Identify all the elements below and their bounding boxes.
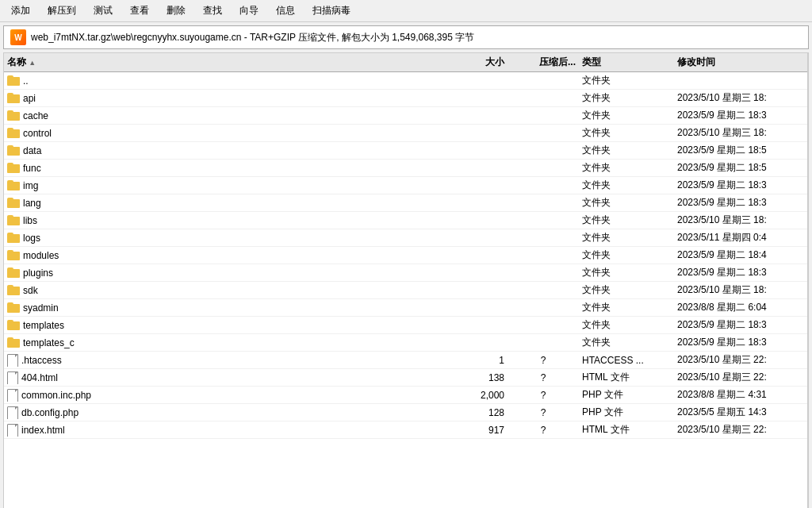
file-name-label: control (23, 128, 52, 139)
table-row[interactable]: data文件夹2023/5/9 星期二 18:5 (4, 142, 807, 160)
table-row[interactable]: libs文件夹2023/5/10 星期三 18: (4, 212, 807, 229)
file-type-cell: 文件夹 (582, 74, 677, 87)
menu-item-向导[interactable]: 向导 (232, 2, 266, 20)
folder-icon (7, 337, 20, 348)
folder-icon (7, 250, 20, 260)
file-modified-cell: 2023/5/9 星期二 18:5 (677, 144, 804, 157)
folder-icon (7, 320, 20, 330)
table-row[interactable]: templates文件夹2023/5/9 星期二 18:3 (4, 317, 807, 334)
file-type-cell: 文件夹 (582, 144, 677, 157)
file-name-cell: img (7, 180, 447, 191)
file-modified-cell: 2023/5/11 星期四 0:4 (677, 231, 804, 244)
file-panel: 名称 ▲ 大小 压缩后... 类型 修改时间 ..文件夹api文件夹2023/5… (4, 53, 808, 508)
folder-icon (7, 75, 20, 86)
file-size-cell: 1 (447, 355, 511, 366)
file-size-cell: 2,000 (447, 390, 511, 401)
table-row[interactable]: cache文件夹2023/5/9 星期二 18:3 (4, 107, 807, 125)
table-row[interactable]: func文件夹2023/5/9 星期二 18:5 (4, 160, 807, 177)
table-row[interactable]: ..文件夹 (4, 72, 807, 90)
file-type-cell: 文件夹 (582, 318, 677, 332)
table-row[interactable]: sdk文件夹2023/5/10 星期三 18: (4, 282, 807, 299)
file-modified-cell: 2023/5/5 星期五 14:3 (677, 406, 804, 419)
archive-icon: W (10, 29, 26, 45)
table-row[interactable]: db.config.php128?PHP 文件2023/5/5 星期五 14:3 (4, 404, 807, 421)
file-icon (7, 406, 18, 419)
header-name: 名称 ▲ (7, 56, 447, 69)
file-name-label: templates (23, 320, 64, 331)
file-name-cell: control (7, 128, 447, 139)
file-modified-cell: 2023/5/10 星期三 22: (677, 371, 804, 384)
table-row[interactable]: lang文件夹2023/5/9 星期二 18:3 (4, 194, 807, 212)
table-row[interactable]: 404.html138?HTML 文件2023/5/10 星期三 22: (4, 369, 807, 387)
file-modified-cell: 2023/5/9 星期二 18:3 (677, 318, 804, 332)
menu-item-信息[interactable]: 信息 (268, 2, 303, 20)
menu-item-添加[interactable]: 添加 (3, 2, 38, 20)
table-row[interactable]: common.inc.php2,000?PHP 文件2023/8/8 星期二 4… (4, 387, 807, 404)
file-name-cell: modules (7, 250, 447, 261)
menu-item-删除[interactable]: 删除 (159, 2, 193, 20)
path-bar: W web_i7mtNX.tar.gz\web\regcnyyhx.suyoug… (3, 25, 809, 49)
file-name-label: sdk (23, 285, 38, 296)
file-name-cell: sdk (7, 285, 447, 296)
table-row[interactable]: .htaccess1?HTACCESS ...2023/5/10 星期三 22: (4, 352, 807, 369)
file-name-label: api (23, 93, 36, 104)
menu-item-解压到[interactable]: 解压到 (40, 2, 84, 20)
file-type-cell: HTML 文件 (582, 371, 677, 384)
file-name-cell: index.html (7, 424, 447, 437)
file-name-label: logs (23, 233, 40, 244)
file-icon (7, 371, 18, 384)
file-compressed-cell: ? (511, 355, 582, 366)
table-row[interactable]: index.html917?HTML 文件2023/5/10 星期三 22: (4, 421, 807, 439)
file-name-cell: common.inc.php (7, 389, 447, 402)
file-modified-cell: 2023/5/10 星期三 22: (677, 423, 804, 437)
file-modified-cell: 2023/5/9 星期二 18:3 (677, 179, 804, 192)
file-compressed-cell: ? (511, 390, 582, 401)
main-area: 名称 ▲ 大小 压缩后... 类型 修改时间 ..文件夹api文件夹2023/5… (3, 52, 809, 508)
file-name-label: db.config.php (21, 407, 79, 418)
table-row[interactable]: modules文件夹2023/5/9 星期二 18:4 (4, 247, 807, 264)
folder-icon (7, 233, 20, 243)
file-type-cell: 文件夹 (582, 179, 677, 192)
file-name-cell: data (7, 145, 447, 156)
menu-item-查看[interactable]: 查看 (122, 2, 157, 20)
table-row[interactable]: control文件夹2023/5/10 星期三 18: (4, 125, 807, 142)
menu-item-扫描病毒[interactable]: 扫描病毒 (304, 2, 358, 20)
file-modified-cell: 2023/8/8 星期二 4:31 (677, 388, 804, 402)
table-row[interactable]: templates_c文件夹2023/5/9 星期二 18:3 (4, 334, 807, 352)
folder-icon (7, 302, 20, 313)
menu-item-查找[interactable]: 查找 (195, 2, 230, 20)
file-name-cell: cache (7, 110, 447, 121)
file-type-cell: PHP 文件 (582, 406, 677, 419)
file-type-cell: 文件夹 (582, 266, 677, 279)
file-compressed-cell: ? (511, 407, 582, 418)
file-type-cell: 文件夹 (582, 214, 677, 227)
header-compressed: 压缩后... (511, 56, 582, 69)
file-modified-cell: 2023/5/9 星期二 18:3 (677, 336, 804, 349)
folder-icon (7, 215, 20, 225)
sort-arrow: ▲ (29, 59, 36, 67)
file-modified-cell: 2023/5/9 星期二 18:4 (677, 248, 804, 262)
file-name-label: plugins (23, 267, 53, 279)
table-row[interactable]: img文件夹2023/5/9 星期二 18:3 (4, 177, 807, 194)
table-row[interactable]: plugins文件夹2023/5/9 星期二 18:3 (4, 264, 807, 282)
header-size: 大小 (447, 56, 511, 69)
menu-item-测试[interactable]: 测试 (86, 2, 121, 20)
menu-bar: 添加解压到测试查看删除查找向导信息扫描病毒 (0, 0, 812, 22)
file-name-label: modules (23, 250, 59, 261)
table-row[interactable]: api文件夹2023/5/10 星期三 18: (4, 90, 807, 107)
table-row[interactable]: syadmin文件夹2023/8/8 星期二 6:04 (4, 299, 807, 317)
file-type-cell: 文件夹 (582, 336, 677, 349)
file-type-cell: 文件夹 (582, 283, 677, 297)
file-icon (7, 424, 18, 437)
table-row[interactable]: logs文件夹2023/5/11 星期四 0:4 (4, 229, 807, 247)
file-name-label: img (23, 180, 38, 191)
file-name-cell: libs (7, 215, 447, 226)
folder-icon (7, 93, 20, 103)
file-name-label: 404.html (21, 372, 58, 383)
file-name-label: cache (23, 110, 48, 121)
file-name-cell: templates_c (7, 337, 447, 348)
header-modified: 修改时间 (677, 56, 804, 69)
file-modified-cell: 2023/5/9 星期二 18:3 (677, 266, 804, 279)
file-name-label: lang (23, 198, 41, 209)
file-name-cell: api (7, 93, 447, 104)
